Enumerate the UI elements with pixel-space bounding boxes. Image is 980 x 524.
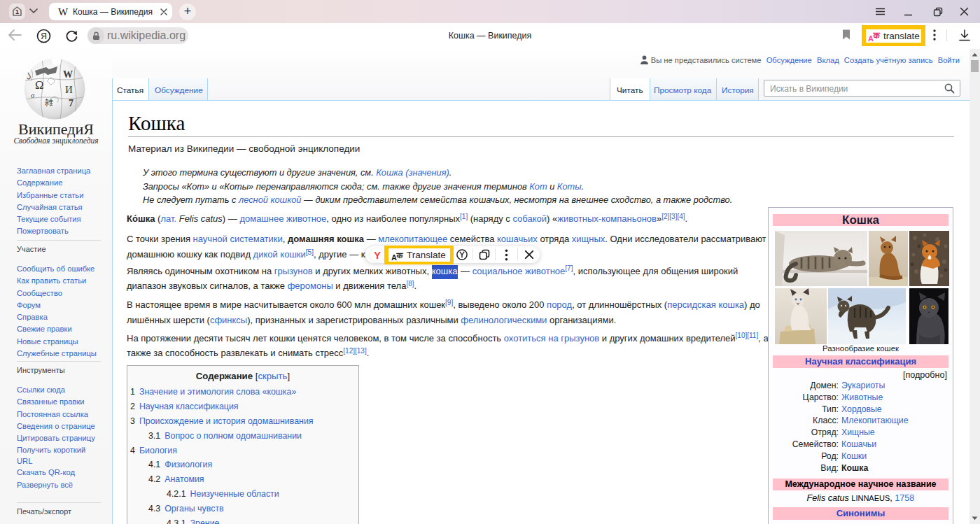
- svg-text:雑: 雑: [45, 97, 53, 107]
- svg-text:W: W: [63, 69, 73, 80]
- svg-text:क: क: [396, 250, 404, 260]
- svg-text:7: 7: [69, 98, 74, 108]
- svg-text:Y: Y: [374, 250, 381, 261]
- svg-text:Ω: Ω: [35, 78, 44, 92]
- svg-text:σ: σ: [31, 92, 35, 99]
- svg-text:क: क: [873, 31, 881, 41]
- svg-text:1: 1: [15, 8, 19, 15]
- svg-text:И: И: [65, 84, 73, 95]
